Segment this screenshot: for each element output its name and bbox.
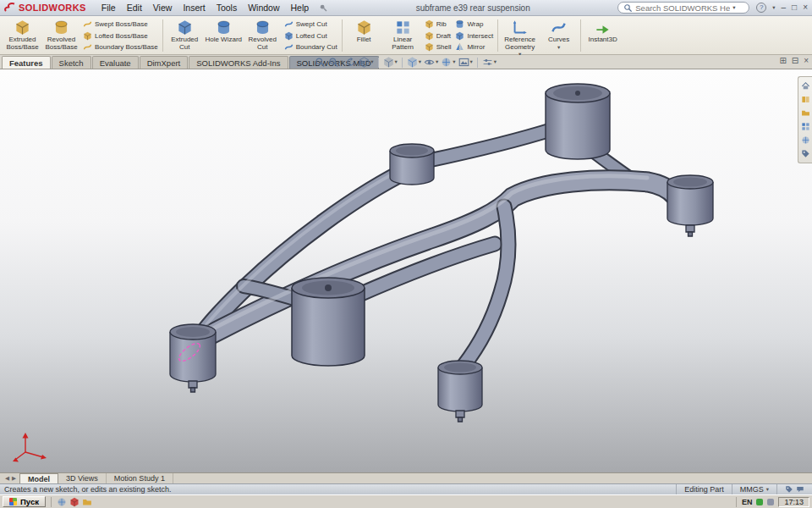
merge-pane-icon[interactable]: ⊟	[792, 56, 798, 65]
tab-model[interactable]: Model	[19, 473, 58, 483]
solidworks-quicklaunch-icon[interactable]	[69, 497, 80, 507]
eye-icon	[424, 57, 435, 68]
apply-scene-button[interactable]: ▾	[458, 57, 473, 68]
reference-geometry-button[interactable]: Reference Geometry ▾	[501, 18, 539, 53]
view-settings-button[interactable]: ▾	[482, 57, 497, 68]
scroll-tabs-left-icon[interactable]: ◀	[5, 475, 9, 482]
tab-motion-study-1[interactable]: Motion Study 1	[107, 473, 173, 483]
units-caret-icon: ▾	[766, 487, 769, 493]
draft-icon	[425, 31, 434, 41]
hole-wizard-icon	[216, 19, 232, 36]
mirror-button[interactable]: Mirror	[455, 41, 493, 52]
swept-boss-base-button[interactable]: Swept Boss/Base	[83, 19, 158, 30]
display-style-button[interactable]: ▾	[407, 57, 421, 68]
status-chat-icon[interactable]	[796, 485, 804, 494]
tray-gray-icon[interactable]	[767, 499, 774, 505]
boundary-cut-button[interactable]: Boundary Cut	[284, 41, 337, 52]
menu-view[interactable]: View	[148, 2, 178, 14]
appearances-icon[interactable]	[801, 135, 810, 145]
revolved-cut-button[interactable]: Revolved Cut	[244, 18, 282, 53]
hole-wizard-button[interactable]: Hole Wizard	[205, 18, 243, 53]
boundary-boss-base-button[interactable]: Boundary Boss/Base	[83, 41, 158, 52]
tray-green-icon[interactable]	[756, 499, 763, 505]
maximize-button[interactable]: □	[792, 3, 797, 12]
view-palette-icon[interactable]	[801, 122, 810, 131]
folder-quicklaunch-icon[interactable]	[82, 497, 92, 507]
section-view-button[interactable]: ▾	[359, 57, 373, 68]
lofted-boss-base-button[interactable]: Lofted Boss/Base	[83, 30, 158, 41]
scroll-tabs-right-icon[interactable]: ▶	[12, 475, 16, 482]
menu-insert[interactable]: Insert	[178, 2, 210, 14]
extruded-cut-button[interactable]: Extruded Cut	[166, 18, 204, 53]
zoom-fit-button[interactable]	[315, 57, 326, 68]
boundary-cut-icon	[284, 42, 294, 52]
start-button[interactable]: Пуск	[3, 496, 46, 507]
shell-button[interactable]: Shell	[425, 41, 452, 52]
menu-tools[interactable]: Tools	[211, 2, 243, 14]
help-icon[interactable]: ?	[756, 3, 766, 13]
language-indicator[interactable]: EN	[742, 498, 753, 506]
swept-cut-button[interactable]: Swept Cut	[284, 19, 337, 30]
window-controls: ? ▾ – □ ×	[753, 3, 808, 13]
differential-mount-center	[292, 278, 365, 366]
close-button[interactable]: ×	[803, 3, 808, 12]
intersect-button[interactable]: Intersect	[455, 30, 493, 41]
browser-quicklaunch-icon[interactable]	[57, 497, 67, 507]
units-selector[interactable]: MMGS ▾	[732, 484, 776, 494]
tab-solidworks-add-ins[interactable]: SOLIDWORKS Add-Ins	[189, 56, 288, 69]
search-input[interactable]	[635, 3, 730, 13]
boundary-boss-icon	[83, 42, 92, 52]
graphics-area[interactable]	[0, 69, 812, 472]
minimize-button[interactable]: –	[782, 3, 787, 12]
extruded-boss-base-button[interactable]: Extruded Boss/Base	[3, 18, 41, 53]
wrap-button[interactable]: Wrap	[455, 19, 493, 30]
custom-properties-icon[interactable]	[801, 149, 810, 158]
clock[interactable]: 17:13	[778, 497, 809, 507]
lofted-boss-icon	[83, 31, 92, 41]
tab-sketch[interactable]: Sketch	[52, 56, 91, 69]
titlebar-options-caret-icon[interactable]: ▾	[772, 5, 775, 11]
linear-pattern-button[interactable]: Linear Pattern	[384, 18, 422, 53]
menu-file[interactable]: File	[96, 2, 121, 14]
tab-features[interactable]: Features	[2, 56, 51, 69]
features-ribbon: Extruded Boss/Base Revolved Boss/Base Sw…	[0, 16, 812, 55]
menu-edit[interactable]: Edit	[122, 2, 147, 14]
curves-button[interactable]: Curves ▾	[540, 18, 578, 53]
fillet-button[interactable]: Fillet	[345, 18, 383, 53]
tab-3d-views[interactable]: 3D Views	[58, 473, 107, 483]
model-3d-view[interactable]	[0, 69, 812, 472]
brand-text: SOLIDWORKS	[19, 3, 86, 13]
view-orientation-button[interactable]: ▾	[383, 57, 398, 68]
close-pane-icon[interactable]: ×	[804, 56, 809, 65]
edit-appearance-button[interactable]: ▾	[441, 57, 455, 68]
solidworks-logo-mark	[4, 3, 16, 13]
draft-button[interactable]: Draft	[425, 30, 452, 41]
design-library-icon[interactable]	[801, 95, 810, 104]
menu-help[interactable]: Help	[286, 2, 315, 14]
tab-dimxpert[interactable]: DimXpert	[140, 56, 189, 69]
wrap-icon	[455, 19, 464, 29]
lofted-cut-button[interactable]: Lofted Cut	[284, 30, 337, 41]
pin-menu-icon[interactable]	[319, 3, 328, 13]
swept-cut-icon	[284, 19, 294, 29]
search-scope-caret-icon[interactable]: ▾	[732, 5, 735, 11]
rib-button[interactable]: Rib	[425, 19, 452, 30]
status-bar: Creates a new sketch, or edits an existi…	[0, 483, 812, 494]
hide-show-items-button[interactable]: ▾	[424, 57, 438, 68]
instant3d-button[interactable]: Instant3D	[584, 18, 622, 53]
extruded-boss-icon	[14, 19, 30, 36]
file-explorer-icon[interactable]	[801, 108, 810, 118]
zoom-area-button[interactable]: ▾	[328, 57, 343, 68]
ribbon-group-reference: Reference Geometry ▾ Curves ▾	[499, 18, 579, 53]
tab-evaluate[interactable]: Evaluate	[92, 56, 139, 69]
bushing-top-right	[546, 84, 610, 159]
system-tray: EN 17:13	[736, 497, 809, 507]
menu-window[interactable]: Window	[243, 2, 284, 14]
status-tag-icon[interactable]	[785, 485, 793, 494]
revolved-boss-base-button[interactable]: Revolved Boss/Base	[42, 18, 80, 53]
task-pane-home-icon[interactable]	[801, 81, 810, 91]
curves-caret-icon: ▾	[557, 45, 560, 51]
split-pane-icon[interactable]: ⊞	[779, 56, 786, 65]
hud-divider	[378, 58, 379, 68]
previous-view-button[interactable]	[345, 57, 356, 68]
